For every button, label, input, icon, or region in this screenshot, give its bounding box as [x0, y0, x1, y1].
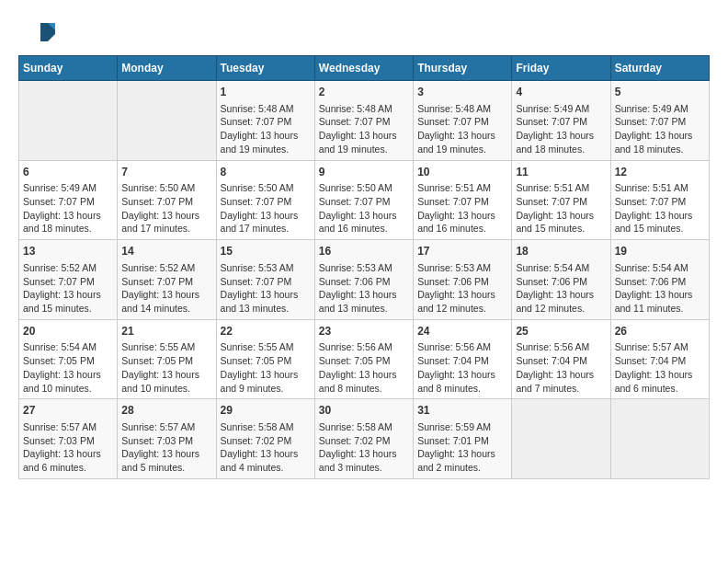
day-info: Sunset: 7:07 PM	[516, 115, 606, 129]
calendar-header-monday: Monday	[118, 56, 216, 81]
day-number: 20	[23, 324, 113, 339]
calendar-cell: 9Sunrise: 5:50 AMSunset: 7:07 PMDaylight…	[314, 160, 413, 240]
day-info: Daylight: 13 hours and 3 minutes.	[319, 447, 409, 474]
day-number: 24	[417, 324, 507, 339]
day-info: Daylight: 13 hours and 15 minutes.	[516, 209, 606, 236]
day-number: 18	[516, 244, 606, 259]
day-info: Sunrise: 5:53 AM	[417, 261, 507, 275]
day-info: Sunset: 7:05 PM	[121, 354, 211, 368]
day-info: Sunrise: 5:54 AM	[23, 340, 113, 354]
day-number: 14	[121, 244, 211, 259]
day-info: Sunrise: 5:52 AM	[121, 261, 211, 275]
calendar-cell: 14Sunrise: 5:52 AMSunset: 7:07 PMDayligh…	[118, 240, 216, 320]
day-info: Daylight: 13 hours and 13 minutes.	[221, 288, 311, 315]
day-number: 13	[23, 244, 113, 259]
calendar-header-wednesday: Wednesday	[314, 56, 413, 81]
day-info: Sunset: 7:06 PM	[319, 275, 409, 289]
day-info: Sunset: 7:06 PM	[417, 275, 507, 289]
calendar-week-2: 6Sunrise: 5:49 AMSunset: 7:07 PMDaylight…	[19, 160, 710, 240]
day-info: Sunset: 7:06 PM	[615, 275, 705, 289]
day-info: Sunrise: 5:56 AM	[319, 340, 409, 354]
day-info: Sunset: 7:07 PM	[221, 275, 311, 289]
day-number: 8	[221, 165, 311, 180]
day-info: Daylight: 13 hours and 17 minutes.	[221, 209, 311, 236]
calendar-cell: 17Sunrise: 5:53 AMSunset: 7:06 PMDayligh…	[414, 240, 512, 320]
calendar-cell	[118, 81, 216, 161]
page-header	[18, 18, 710, 46]
day-info: Sunset: 7:07 PM	[221, 195, 311, 209]
calendar-cell	[512, 399, 610, 479]
day-info: Daylight: 13 hours and 18 minutes.	[516, 129, 606, 155]
day-info: Daylight: 13 hours and 16 minutes.	[417, 209, 507, 236]
day-info: Sunrise: 5:54 AM	[516, 261, 606, 275]
day-info: Sunset: 7:07 PM	[615, 195, 705, 209]
calendar-table: SundayMondayTuesdayWednesdayThursdayFrid…	[18, 55, 710, 479]
day-info: Sunrise: 5:59 AM	[417, 420, 507, 434]
calendar-header-saturday: Saturday	[610, 56, 709, 81]
day-info: Daylight: 13 hours and 12 minutes.	[516, 288, 606, 315]
calendar-cell: 16Sunrise: 5:53 AMSunset: 7:06 PMDayligh…	[314, 240, 413, 320]
day-info: Daylight: 13 hours and 15 minutes.	[615, 209, 705, 236]
day-info: Daylight: 13 hours and 15 minutes.	[23, 288, 113, 315]
calendar-cell: 23Sunrise: 5:56 AMSunset: 7:05 PMDayligh…	[314, 319, 413, 399]
day-info: Daylight: 13 hours and 16 minutes.	[319, 209, 409, 236]
day-number: 25	[516, 324, 606, 339]
day-number: 3	[417, 85, 507, 100]
calendar-cell	[19, 81, 118, 161]
day-number: 17	[417, 244, 507, 259]
day-info: Daylight: 13 hours and 19 minutes.	[221, 129, 311, 155]
day-number: 6	[23, 165, 113, 180]
day-info: Daylight: 13 hours and 10 minutes.	[23, 368, 113, 395]
day-info: Sunset: 7:05 PM	[23, 354, 113, 368]
calendar-cell: 18Sunrise: 5:54 AMSunset: 7:06 PMDayligh…	[512, 240, 610, 320]
day-info: Sunset: 7:01 PM	[417, 434, 507, 448]
day-info: Sunrise: 5:50 AM	[121, 181, 211, 195]
calendar-cell: 13Sunrise: 5:52 AMSunset: 7:07 PMDayligh…	[19, 240, 118, 320]
day-info: Daylight: 13 hours and 12 minutes.	[417, 288, 507, 315]
day-info: Sunrise: 5:51 AM	[417, 181, 507, 195]
day-info: Sunset: 7:07 PM	[23, 275, 113, 289]
calendar-cell: 28Sunrise: 5:57 AMSunset: 7:03 PMDayligh…	[118, 399, 216, 479]
day-number: 2	[319, 85, 409, 100]
day-info: Sunrise: 5:53 AM	[319, 261, 409, 275]
day-number: 29	[221, 403, 311, 419]
day-info: Sunrise: 5:58 AM	[319, 420, 409, 434]
day-info: Sunset: 7:07 PM	[615, 115, 705, 129]
day-number: 4	[516, 85, 606, 100]
calendar-cell: 1Sunrise: 5:48 AMSunset: 7:07 PMDaylight…	[216, 81, 314, 161]
day-info: Sunset: 7:02 PM	[319, 434, 409, 448]
day-info: Sunset: 7:05 PM	[221, 354, 311, 368]
day-number: 15	[221, 244, 311, 259]
day-info: Daylight: 13 hours and 13 minutes.	[319, 288, 409, 315]
day-info: Sunrise: 5:57 AM	[615, 340, 705, 354]
day-info: Daylight: 13 hours and 11 minutes.	[615, 288, 705, 315]
day-number: 9	[319, 165, 409, 180]
day-info: Daylight: 13 hours and 8 minutes.	[417, 368, 507, 395]
day-info: Sunset: 7:07 PM	[121, 275, 211, 289]
day-number: 7	[121, 165, 211, 180]
day-number: 16	[319, 244, 409, 259]
day-info: Sunrise: 5:56 AM	[516, 340, 606, 354]
calendar-header-friday: Friday	[512, 56, 610, 81]
day-info: Sunrise: 5:49 AM	[516, 102, 606, 116]
calendar-cell: 21Sunrise: 5:55 AMSunset: 7:05 PMDayligh…	[118, 319, 216, 399]
calendar-cell: 27Sunrise: 5:57 AMSunset: 7:03 PMDayligh…	[19, 399, 118, 479]
calendar-cell: 24Sunrise: 5:56 AMSunset: 7:04 PMDayligh…	[414, 319, 512, 399]
calendar-header-sunday: Sunday	[19, 56, 118, 81]
day-number: 30	[319, 403, 409, 419]
day-info: Sunrise: 5:56 AM	[417, 340, 507, 354]
general-blue-icon	[18, 18, 55, 46]
day-number: 1	[221, 85, 311, 100]
calendar-cell: 12Sunrise: 5:51 AMSunset: 7:07 PMDayligh…	[610, 160, 709, 240]
day-info: Sunrise: 5:49 AM	[615, 102, 705, 116]
day-info: Sunrise: 5:57 AM	[121, 420, 211, 434]
day-info: Sunset: 7:06 PM	[516, 275, 606, 289]
calendar-cell: 31Sunrise: 5:59 AMSunset: 7:01 PMDayligh…	[414, 399, 512, 479]
day-info: Daylight: 13 hours and 2 minutes.	[417, 447, 507, 474]
calendar-week-3: 13Sunrise: 5:52 AMSunset: 7:07 PMDayligh…	[19, 240, 710, 320]
calendar-header-thursday: Thursday	[414, 56, 512, 81]
day-info: Sunrise: 5:58 AM	[221, 420, 311, 434]
day-info: Sunset: 7:07 PM	[221, 115, 311, 129]
calendar-cell: 19Sunrise: 5:54 AMSunset: 7:06 PMDayligh…	[610, 240, 709, 320]
day-info: Sunset: 7:02 PM	[221, 434, 311, 448]
